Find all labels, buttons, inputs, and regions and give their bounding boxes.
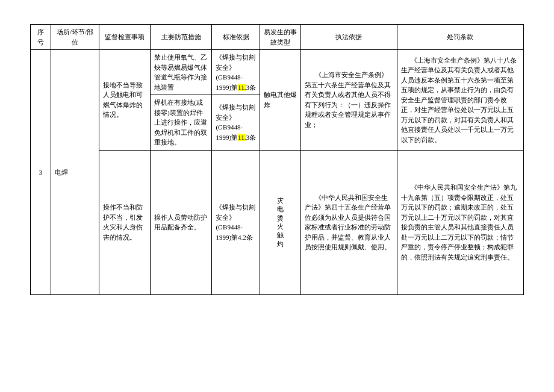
header-col2: 场所/环节/部位 [51,25,99,50]
header-col8: 处罚条款 [397,25,523,50]
cell-num: 3 [31,50,51,295]
cell-accident-3: 灾电烫火触灼 [260,150,301,294]
cell-standard-3: 《焊接与切割安全》(GB9448-1999)第4.2条 [212,150,260,294]
header-col5: 标准依据 [212,25,260,50]
cell-law-3: 《中华人民共和国安全生产法》第四十五条生产经营单位必须为从业人员提供符合国家标准… [301,150,397,294]
std2-hl: 11. [238,134,246,141]
table-row: 操作不当和防护不当，引发火灾和人身伤害的情况。 操作人员劳动防护用品配备齐全。 … [31,150,524,294]
cell-inspect-1: 接地不当导致人员触电和可燃气体爆炸的情况。 [99,50,150,151]
header-col6: 易发生的事故类型 [260,25,301,50]
cell-standard-1: 《焊接与切割安全》(GB9448-1999)第11.3条 [212,50,260,95]
header-col3: 监督检查事项 [99,25,150,50]
cell-penalty-1: 《上海市安全生产条例》第八十八条生产经营单位及其有关负责人或者其他人员违反本条例… [397,50,523,151]
header-col4: 主要防范措施 [151,25,212,50]
cell-inspect-3: 操作不当和防护不当，引发火灾和人身伤害的情况。 [99,150,150,294]
cell-measure-3: 操作人员劳动防护用品配备齐全。 [151,150,212,294]
header-col1: 序号 [31,25,51,50]
cell-law-1: 《上海市安全生产条例》第五十六条生产经营单位及其有关负责人或者其他人员不得有下列… [301,50,397,151]
cell-measure-2: 焊机在有接地(或接零)装置的焊件上进行操作，应避免焊机和工件的双重接地。 [151,95,212,151]
table-row: 3 电焊 接地不当导致人员触电和可燃气体爆炸的情况。 禁止使用氧气、乙炔等易燃易… [31,50,524,95]
regulations-table: 序号 场所/环节/部位 监督检查事项 主要防范措施 标准依据 易发生的事故类型 … [30,24,524,295]
std1-suffix: 3条 [246,84,256,91]
cell-accident-1: 触电其他爆炸 [260,50,301,151]
cell-standard-2: 《焊接与切割安全》(GB9448-1999)第11.3条 [212,95,260,151]
cell-place: 电焊 [51,50,99,295]
header-col7: 执法依据 [301,25,397,50]
std2-suffix: 3条 [246,134,256,141]
cell-measure-1: 禁止使用氧气、乙炔等易燃易爆气体管道气瓶等作为接地装置 [151,50,212,95]
table-header-row: 序号 场所/环节/部位 监督检查事项 主要防范措施 标准依据 易发生的事故类型 … [31,25,524,50]
std1-hl: 11. [238,84,246,91]
cell-penalty-3: 《中华人民共和国安全生产法》第九十九条第（五）项责令限期改正，处五万元以下的罚款… [397,150,523,294]
